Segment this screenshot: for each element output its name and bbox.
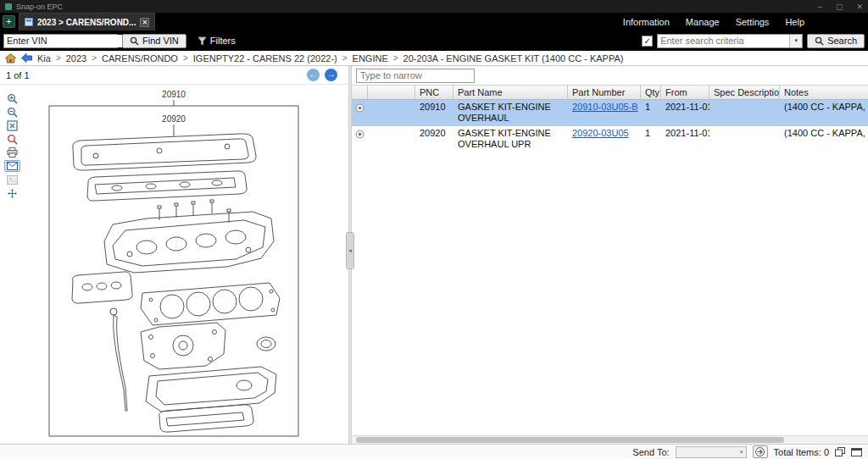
main-area: 1 of 1 ← → 20910 [0, 66, 868, 444]
title-bar: Snap-on EPC – ▢ ✕ [0, 0, 868, 13]
fit-to-window-icon[interactable] [4, 119, 20, 131]
send-to-select[interactable]: ▼ [676, 446, 747, 458]
parts-panel: PNC Part Name Part Number Qty From Spec … [352, 66, 868, 444]
table-row[interactable]: 20910 GASKET KIT-ENGINE OVERHAUL 20910-0… [352, 100, 868, 126]
breadcrumb: Kia > 2023 > CARENS/RONDO > IGENPTY22 - … [0, 51, 868, 66]
send-button[interactable] [753, 445, 768, 458]
parts-diagram[interactable]: 20910 20920 [32, 85, 320, 442]
next-page-button[interactable]: → [325, 69, 337, 81]
filters-label: Filters [210, 36, 236, 46]
zoom-in-icon[interactable] [4, 92, 20, 104]
spec-cell [709, 126, 780, 152]
close-icon[interactable]: ✕ [856, 3, 863, 11]
tab-icon [25, 18, 33, 26]
home-icon[interactable] [5, 53, 16, 64]
col-part-name[interactable]: Part Name [453, 86, 568, 99]
breadcrumb-item-section[interactable]: 20-203A - ENGINE GASKET KIT (1400 CC - K… [403, 53, 624, 64]
scrollbar-thumb[interactable] [356, 437, 784, 443]
search-dropdown-icon[interactable]: ▼ [789, 35, 802, 47]
viewer-body: 20910 20920 [0, 85, 348, 444]
breadcrumb-item-catalog[interactable]: IGENPTY22 - CARENS 22 (2022-) [193, 53, 337, 64]
vin-input[interactable] [4, 35, 130, 47]
search-checkbox[interactable]: ✓ [642, 36, 653, 47]
diagram-callout-20920[interactable]: 20920 [162, 114, 186, 124]
menu-help[interactable]: Help [785, 17, 804, 27]
qty-cell: 1 [641, 126, 661, 152]
search-input[interactable] [658, 35, 789, 47]
filter-icon [198, 36, 207, 46]
prev-page-button[interactable]: ← [307, 69, 320, 81]
narrow-row [352, 66, 868, 85]
part-select-icon[interactable] [355, 103, 364, 113]
pnc-cell: 20910 [415, 100, 453, 126]
part-select-icon[interactable] [355, 130, 364, 139]
find-vin-button[interactable]: Find VIN [122, 34, 186, 48]
window-title: Snap-on EPC [16, 3, 63, 11]
menu-manage[interactable]: Manage [686, 17, 720, 27]
part-number-link[interactable]: 20910-03U05-B [572, 102, 638, 112]
col-notes[interactable]: Notes [780, 86, 868, 99]
zoom-area-icon[interactable] [4, 133, 20, 145]
col-part-number[interactable]: Part Number [568, 86, 641, 99]
col-qty[interactable]: Qty [641, 86, 661, 99]
menu-information[interactable]: Information [623, 17, 670, 27]
filters-control[interactable]: Filters [198, 36, 236, 46]
breadcrumb-separator: > [56, 53, 61, 63]
narrow-input[interactable] [356, 69, 475, 83]
breadcrumb-item-year[interactable]: 2023 [66, 53, 86, 64]
parts-table-header: PNC Part Name Part Number Qty From Spec … [352, 85, 868, 100]
tab-carens-rondo[interactable]: 2023 > CARENS/ROND... ✕ [19, 13, 155, 30]
horizontal-scrollbar[interactable] [352, 435, 868, 444]
table-row[interactable]: 20920 GASKET KIT-ENGINE OVERHAUL UPR 209… [352, 126, 868, 152]
search-button[interactable]: Search [807, 34, 865, 48]
tab-close-icon[interactable]: ✕ [140, 18, 149, 27]
collapse-arrow-icon: ◄ [348, 248, 353, 253]
copy-icon[interactable] [835, 447, 845, 456]
col-select[interactable] [352, 86, 368, 99]
notes-cell: (1400 CC - KAPPA, DOH [780, 126, 868, 152]
pnc-cell: 20920 [415, 126, 453, 152]
tab-bar: + 2023 > CARENS/ROND... ✕ Information Ma… [0, 13, 868, 30]
image-cell [368, 100, 415, 126]
breadcrumb-separator: > [393, 53, 398, 63]
maximize-icon[interactable]: ▢ [836, 3, 843, 11]
menu-settings[interactable]: Settings [736, 17, 770, 27]
qty-cell: 1 [641, 100, 661, 126]
part-name-cell: GASKET KIT-ENGINE OVERHAUL UPR [453, 126, 568, 152]
magnifier-icon [130, 36, 139, 46]
col-spec-description[interactable]: Spec Description [709, 86, 780, 99]
send-arrow-icon [755, 447, 765, 456]
back-arrow-icon[interactable] [21, 53, 32, 63]
gasket-kit-drawing [72, 134, 280, 432]
export-image-icon[interactable] [4, 174, 20, 185]
breadcrumb-item-model[interactable]: CARENS/RONDO [102, 53, 178, 64]
app-icon [5, 3, 12, 10]
splitter-collapse-handle[interactable]: ◄ [346, 232, 354, 269]
col-from[interactable]: From [661, 86, 709, 99]
dropdown-icon: ▼ [739, 450, 744, 455]
email-icon[interactable] [4, 160, 20, 172]
spec-cell [709, 100, 780, 126]
search-combo: ▼ [657, 34, 803, 48]
col-image[interactable] [368, 86, 415, 99]
diagram-area[interactable]: 20910 20920 [24, 85, 348, 444]
new-tab-button[interactable]: + [3, 15, 15, 28]
minimize-icon[interactable]: – [818, 3, 822, 11]
part-name-cell: GASKET KIT-ENGINE OVERHAUL [453, 100, 568, 126]
from-cell: 2021-11-01 [661, 100, 709, 126]
new-window-icon[interactable] [851, 448, 862, 456]
breadcrumb-item-make[interactable]: Kia [37, 53, 51, 64]
tab-title: 2023 > CARENS/ROND... [37, 18, 136, 27]
diagram-callout-20910[interactable]: 20910 [162, 90, 186, 99]
pan-icon[interactable] [4, 187, 20, 199]
bottom-bar: Send To: ▼ Total Items: 0 [0, 444, 868, 459]
page-indicator: 1 of 1 [6, 70, 30, 80]
part-number-link[interactable]: 20920-03U05 [572, 128, 629, 138]
breadcrumb-item-group[interactable]: ENGINE [353, 53, 388, 64]
zoom-out-icon[interactable] [4, 106, 20, 118]
print-icon[interactable] [4, 147, 20, 158]
viewer-header: 1 of 1 ← → [0, 66, 348, 85]
breadcrumb-separator: > [183, 53, 188, 63]
notes-cell: (1400 CC - KAPPA, DOH [780, 100, 868, 126]
col-pnc[interactable]: PNC [415, 86, 453, 99]
